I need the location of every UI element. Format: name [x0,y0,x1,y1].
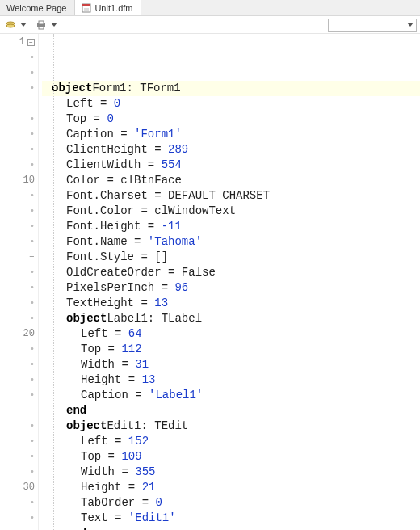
gutter-row: • [0,127,38,142]
svg-rect-7 [39,27,44,29]
code-line[interactable]: PixelsPerInch = 96 [42,280,420,296]
code-line[interactable]: Font.Color = clWindowText [42,204,420,219]
gutter-row: • [0,495,38,511]
line-gutter: 1−•••–••••10••••–••••20••••–••••30•• [0,34,39,530]
code-line[interactable]: Caption = 'Form1' [42,127,420,142]
gutter-row: – [0,403,38,419]
gutter-row: • [0,449,38,465]
code-line[interactable]: Height = 21 [42,480,420,495]
fold-toggle-icon[interactable]: − [27,39,35,46]
gutter-row: • [0,296,38,311]
gutter-row: • [0,81,38,96]
form-file-icon [82,3,91,13]
gutter-row: 1− [0,35,38,50]
code-line[interactable]: Width = 31 [42,357,420,372]
gutter-row: • [0,372,38,388]
code-line[interactable]: Text = 'Edit1' [42,511,420,526]
gutter-row: • [0,234,38,250]
code-line[interactable]: Height = 13 [42,372,420,388]
gutter-row: • [0,342,38,357]
code-area[interactable]: object Form1: TForm1Left = 0Top = 0Capti… [39,34,420,530]
code-line[interactable]: TextHeight = 13 [42,296,420,311]
code-line[interactable]: ClientHeight = 289 [42,142,420,158]
print-icon[interactable] [34,18,48,32]
gutter-row: • [0,50,38,65]
gutter-row: 30 [0,480,38,495]
code-line[interactable]: TabOrder = 0 [42,495,420,511]
print-dropdown-icon[interactable] [50,18,58,32]
gutter-row: • [0,511,38,526]
code-line[interactable]: Width = 355 [42,465,420,480]
gutter-row: • [0,434,38,449]
code-editor[interactable]: 1−•••–••••10••••–••••20••••–••••30•• obj… [0,34,420,530]
code-line[interactable]: Top = 109 [42,449,420,465]
gutter-row: • [0,204,38,219]
tab-file-label: Unit1.dfm [94,3,132,13]
code-line[interactable]: Font.Name = 'Tahoma' [42,234,420,250]
gutter-row: • [0,465,38,480]
code-line[interactable]: Caption = 'Label1' [42,388,420,403]
tab-welcome-label: Welcome Page [6,3,66,13]
tab-welcome[interactable]: Welcome Page [0,0,75,15]
code-line[interactable]: Top = 112 [42,342,420,357]
navigation-combo[interactable] [328,19,417,32]
code-line[interactable]: object Label1: TLabel [42,311,420,326]
code-line[interactable]: Font.Height = -11 [42,219,420,234]
code-line[interactable]: end [42,403,420,419]
svg-rect-2 [84,8,89,11]
gutter-row: • [0,65,38,81]
tab-file[interactable]: Unit1.dfm [75,0,141,15]
gutter-row: • [0,280,38,296]
gutter-row: – [0,250,38,265]
code-line[interactable]: OldCreateOrder = False [42,265,420,280]
gutter-row: • [0,419,38,434]
svg-rect-1 [82,4,90,6]
gutter-row: – [0,96,38,111]
gutter-row: • [0,357,38,372]
gutter-row: • [0,111,38,127]
code-line[interactable]: end [42,526,420,530]
svg-rect-6 [39,21,44,24]
gutter-row: • [0,265,38,280]
code-line[interactable]: Left = 64 [42,326,420,342]
editor-tabs: Welcome Page Unit1.dfm [0,0,420,16]
stack-dropdown-icon[interactable] [19,18,27,32]
editor-toolbar [0,16,420,34]
code-line[interactable]: Font.Style = [] [42,250,420,265]
code-line[interactable]: object Form1: TForm1 [42,81,420,96]
gutter-row: 20 [0,326,38,342]
code-line[interactable]: Left = 0 [42,96,420,111]
chevron-down-icon [405,18,415,32]
code-line[interactable]: ClientWidth = 554 [42,158,420,173]
gutter-row: 10 [0,173,38,188]
code-line[interactable]: Left = 152 [42,434,420,449]
gutter-row: • [0,219,38,234]
gutter-row: • [0,188,38,204]
code-line[interactable]: Font.Charset = DEFAULT_CHARSET [42,188,420,204]
gutter-row: • [0,311,38,326]
gutter-row: • [0,158,38,173]
code-line[interactable]: Color = clBtnFace [42,173,420,188]
code-line[interactable]: object Edit1: TEdit [42,419,420,434]
gutter-row: • [0,388,38,403]
svg-point-4 [6,24,15,27]
stack-icon[interactable] [3,18,18,32]
gutter-row: • [0,142,38,158]
code-line[interactable]: Top = 0 [42,111,420,127]
